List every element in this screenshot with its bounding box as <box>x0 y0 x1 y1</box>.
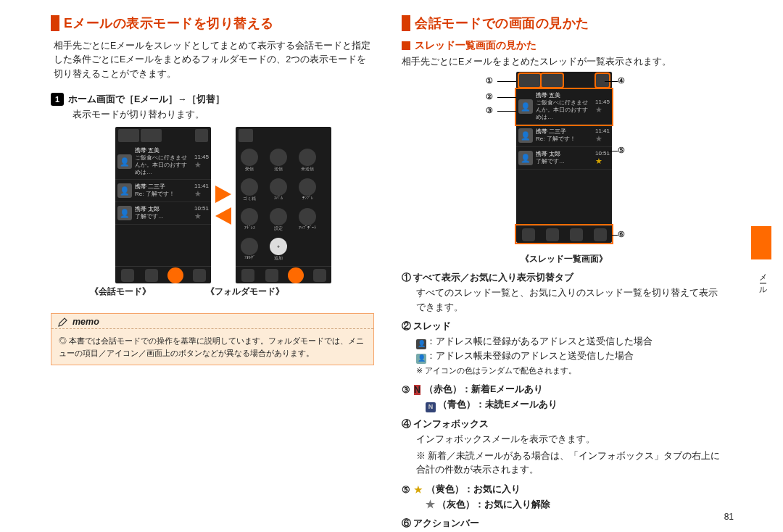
step-sublabel: 表示モードが切り替わります。 <box>72 109 374 121</box>
compose-icon <box>241 269 254 282</box>
desc-5-heading: ⑤ ★ （黄色）：お気に入り <box>402 483 725 496</box>
right-subheading: スレッド一覧画面の見かた <box>415 39 536 52</box>
folder-icon-label: 追加 <box>274 255 283 262</box>
memo-header: memo <box>51 314 373 329</box>
callout-4: ④ <box>618 76 625 86</box>
phone-shell: 受信 送信 未送信 ゴミ箱 ｽﾊﾟﾑ ﾃﾝﾌﾟﾚ ｱﾄﾞﾚｽ 設定 ｱｯﾌﾟﾃﾞ… <box>236 127 331 283</box>
arrow-right-icon <box>215 186 231 203</box>
thread-preview: 了解です… <box>536 158 592 165</box>
avatar-icon: 👤 <box>518 151 533 165</box>
phone-top-bar <box>236 127 331 144</box>
more-icon <box>594 228 607 241</box>
folder-icon-label: ﾃﾝﾌﾟﾚ <box>302 196 313 200</box>
desc-3-red: （赤色）：新着Eメールあり <box>424 383 543 396</box>
folder-icon-label: 送信 <box>274 166 283 173</box>
desc-1-body: すべてのスレッド一覧と、お気に入りのスレッド一覧を切り替えて表示できます。 <box>416 286 725 315</box>
tab-all-icon <box>118 129 139 142</box>
diagram-caption: 《スレッド一覧画面》 <box>516 254 612 265</box>
search-icon <box>546 228 559 241</box>
left-column: Eメールの表示モードを切り替える 相手先ごとにEメールをスレッドとしてまとめて表… <box>51 14 374 532</box>
callout-3: ③ <box>486 106 493 115</box>
folder-icon-label: ﾌｫﾙﾀﾞ <box>244 255 255 259</box>
folder-icon-label: 受信 <box>245 166 254 173</box>
phone-thread-list: 👤 携帯 五美 ご飯食べに行きませんか。本日のおすすめは… 11:45 ★ <box>516 72 612 243</box>
avatar-icon: 👤 <box>117 206 132 220</box>
switch-icon <box>169 269 182 282</box>
thread-name: 携帯 太郎 <box>536 151 592 158</box>
thread-list: 👤 携帯 五美 ご飯食べに行きませんか。本日のおすすめは… 11:45 ★ <box>115 144 211 225</box>
step-label: ホーム画面で［Eメール］→［切替］ <box>68 93 225 106</box>
thread-item: 👤 携帯 五美 ご飯食べに行きませんか。本日のおすすめは… 11:45 ★ <box>516 89 612 125</box>
desc-2-line-b: ：アドレス帳未登録のアドレスと送受信した場合 <box>426 351 634 361</box>
thread-item: 👤 携帯 太郎 了解です… 10:51 ★ <box>516 147 612 170</box>
heading-accent-bar <box>402 15 410 31</box>
right-intro: 相手先ごとにEメールをまとめたスレッドが一覧表示されます。 <box>402 55 725 69</box>
thread-item: 👤 携帯 五美 ご飯食べに行きませんか。本日のおすすめは… 11:45 ★ <box>115 144 211 180</box>
folder-icon-label: ｱｯﾌﾟﾃﾞｰﾄ <box>299 225 316 230</box>
desc-item-4: ④ インフォボックス インフォボックスメールを表示できます。 ※ 新着／未読メー… <box>402 418 725 477</box>
search-icon <box>145 269 158 282</box>
thread-item: 👤 携帯 二三子 Re: 了解です！ 11:41 ★ <box>115 180 211 202</box>
search-icon <box>265 269 278 282</box>
desc-3-blue: （青色）：未読Eメールあり <box>438 399 557 410</box>
add-icon: ＋ <box>270 238 287 255</box>
desc-4-heading: ④ インフォボックス <box>402 418 725 431</box>
folder-icons-grid: 受信 送信 未送信 ゴミ箱 ｽﾊﾟﾑ ﾃﾝﾌﾟﾚ ｱﾄﾞﾚｽ 設定 ｱｯﾌﾟﾃﾞ… <box>236 144 331 266</box>
new-mail-icon: N <box>414 385 420 395</box>
folder-icon-label: 設定 <box>274 225 283 232</box>
desc-item-2: ② スレッド 👤：アドレス帳に登録があるアドレスと送受信した場合 👤：アドレス帳… <box>402 320 725 378</box>
avatar-icon: 👤 <box>117 183 132 198</box>
thread-preview: ご飯食べに行きませんか。本日のおすすめは… <box>135 154 191 176</box>
thread-item: 👤 携帯 二三子 Re: 了解です！ 11:41 ★ <box>516 125 612 147</box>
callout-1: ① <box>486 76 493 86</box>
tab-info-icon <box>596 74 609 87</box>
contact-icon: 👤 <box>416 339 426 349</box>
more-icon <box>313 269 326 282</box>
page-columns: Eメールの表示モードを切り替える 相手先ごとにEメールをスレッドとしてまとめて表… <box>51 14 732 532</box>
section-tab-label: メール <box>758 268 768 293</box>
star-icon: ★ <box>595 157 610 166</box>
star-icon: ★ <box>194 189 209 199</box>
star-icon: ★ <box>194 160 209 170</box>
phone-tab-bar <box>516 72 612 89</box>
desc-item-5: ⑤ ★ （黄色）：お気に入り ★ （灰色）：お気に入り解除 <box>402 483 725 512</box>
desc-4-note: ※ 新着／未読メールがある場合は、「インフォボックス」タブの右上に合計の件数が表… <box>416 449 725 478</box>
tab-all-icon <box>519 74 540 87</box>
caption-row: 《会話モード》 《フォルダモード》 <box>72 286 374 297</box>
desc-2-body: 👤：アドレス帳に登録があるアドレスと送受信した場合 👤：アドレス帳未登録のアドレ… <box>416 335 725 378</box>
thread-time: 10:51 <box>194 205 209 212</box>
folder-icon-label: ゴミ箱 <box>243 196 256 202</box>
thread-preview: Re: 了解です！ <box>135 191 191 198</box>
folder-icon-label: ｱﾄﾞﾚｽ <box>244 225 255 230</box>
thread-time: 11:41 <box>194 183 209 189</box>
desc-3-heading: ③ N （赤色）：新着Eメールあり <box>402 383 725 396</box>
more-icon <box>193 269 206 282</box>
heading-accent-bar <box>51 15 59 31</box>
phone-tab-bar <box>115 127 211 144</box>
step-row: 1 ホーム画面で［Eメール］→［切替］ <box>51 93 374 106</box>
desc-item-3: ③ N （赤色）：新着Eメールあり N （青色）：未読Eメールあり <box>402 383 725 412</box>
page-number: 81 <box>724 512 734 522</box>
thread-list-diagram: 👤 携帯 五美 ご飯食べに行きませんか。本日のおすすめは… 11:45 ★ <box>402 72 725 265</box>
thread-name: 携帯 二三子 <box>536 128 592 136</box>
thread-name: 携帯 太郎 <box>135 206 191 213</box>
thread-preview: ご飯食べに行きませんか。本日のおすすめは… <box>536 99 592 121</box>
step-number-badge: 1 <box>51 93 64 106</box>
subheading-accent-icon <box>402 41 410 50</box>
thread-time: 11:45 <box>194 154 209 160</box>
phone-shell: 👤 携帯 五美 ご飯食べに行きませんか。本日のおすすめは… 11:45 ★ <box>115 127 211 283</box>
memo-body: ◎ 本書では会話モードでの操作を基準に説明しています。フォルダモードでは、メニュ… <box>51 329 373 365</box>
star-gray-icon: ★ <box>426 499 435 510</box>
phone-conversation-mode: 👤 携帯 五美 ご飯食べに行きませんか。本日のおすすめは… 11:45 ★ <box>115 127 211 283</box>
thread-list: 👤 携帯 五美 ご飯食べに行きませんか。本日のおすすめは… 11:45 ★ <box>516 89 612 170</box>
thread-name: 携帯 二三子 <box>135 183 191 191</box>
tab-fav-icon <box>141 129 162 142</box>
phone-folder-mode: 受信 送信 未送信 ゴミ箱 ｽﾊﾟﾑ ﾃﾝﾌﾟﾚ ｱﾄﾞﾚｽ 設定 ｱｯﾌﾟﾃﾞ… <box>236 127 331 283</box>
callout-5: ⑤ <box>618 146 625 155</box>
thread-item: 👤 携帯 太郎 了解です… 10:51 ★ <box>115 202 211 225</box>
unknown-contact-icon: 👤 <box>416 354 426 364</box>
left-heading: Eメールの表示モードを切り替える <box>64 14 274 32</box>
desc-2-line-a: ：アドレス帳に登録があるアドレスと送受信した場合 <box>426 336 652 346</box>
phone-screens-row: 👤 携帯 五美 ご飯食べに行きませんか。本日のおすすめは… 11:45 ★ <box>72 127 374 283</box>
compose-icon <box>121 269 134 282</box>
